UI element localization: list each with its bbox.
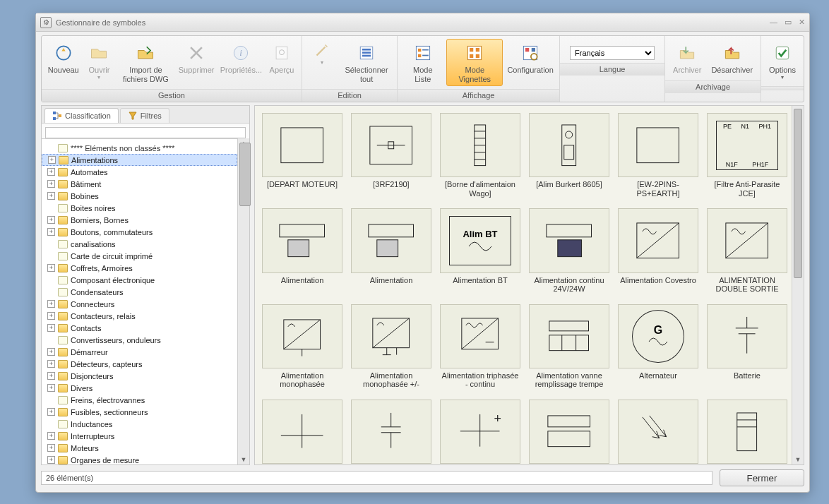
- tree-node[interactable]: **** Eléments non classés ****: [42, 142, 237, 154]
- grid-scrollbar[interactable]: ▲ ▼: [792, 106, 804, 464]
- minimize-button[interactable]: —: [770, 18, 777, 27]
- tree-node[interactable]: +Démarreur: [42, 346, 237, 358]
- tree-node[interactable]: +Bâtiment: [42, 178, 237, 190]
- tree-node[interactable]: +Interrupteurs: [42, 430, 237, 442]
- symbol-card[interactable]: Alimentation: [351, 208, 431, 294]
- options-button[interactable]: Options ▾: [765, 39, 799, 83]
- tree-node[interactable]: +Boutons, commutateurs: [42, 226, 237, 238]
- symbol-card[interactable]: [3RF2190]: [351, 113, 431, 198]
- symbol-card[interactable]: Alimentation: [262, 208, 342, 294]
- tree-node[interactable]: Composant électronique: [42, 274, 237, 286]
- maximize-button[interactable]: ▭: [785, 18, 792, 27]
- expand-toggle-icon[interactable]: +: [47, 348, 55, 356]
- desarchiver-button[interactable]: Désarchiver: [708, 39, 756, 78]
- tree-node[interactable]: +Contacteurs, relais: [42, 310, 237, 322]
- symbol-card[interactable]: Alimentation continu 24V/24W: [529, 208, 609, 294]
- expand-toggle-icon[interactable]: +: [47, 216, 55, 224]
- nouveau-button[interactable]: Nouveau: [46, 39, 80, 86]
- tree-node[interactable]: +Détecteurs, capteurs: [42, 358, 237, 370]
- tree-node[interactable]: +Borniers, Bornes: [42, 214, 237, 226]
- symbol-card[interactable]: Alimentation monophasée +/- 15VDC: [351, 304, 431, 390]
- symbol-card[interactable]: Alimentation Covestro: [618, 208, 698, 294]
- tree-node[interactable]: canalisations: [42, 238, 237, 250]
- tree-node[interactable]: Condensateurs: [42, 286, 237, 298]
- symbol-card[interactable]: [Alim Burkert 8605]: [529, 113, 609, 198]
- symbol-card[interactable]: [262, 400, 342, 464]
- expand-toggle-icon[interactable]: +: [47, 444, 55, 452]
- tab-classification[interactable]: Classification: [44, 108, 119, 123]
- scroll-thumb[interactable]: [794, 109, 802, 278]
- tree-node[interactable]: +Moteurs: [42, 442, 237, 454]
- tree-node[interactable]: Boites noires: [42, 202, 237, 214]
- symbol-card[interactable]: PEN1PH1N1FPH1F[Filtre Anti-Parasite JCE]: [707, 113, 787, 198]
- symbol-card[interactable]: Batterie: [707, 304, 787, 390]
- symbol-card[interactable]: [EW-2PINS-PS+EARTH]: [618, 113, 698, 198]
- expand-toggle-icon[interactable]: +: [47, 360, 55, 368]
- archiver-button[interactable]: Archiver: [669, 39, 705, 78]
- tree-node[interactable]: +Alimentations: [42, 154, 237, 166]
- tree-search-box[interactable]: [45, 127, 246, 138]
- tree-node[interactable]: +Connecteurs: [42, 298, 237, 310]
- supprimer-button[interactable]: Supprimer: [177, 39, 215, 86]
- expand-toggle-icon[interactable]: +: [47, 372, 55, 380]
- ouvrir-button[interactable]: Ouvrir ▾: [83, 39, 114, 86]
- expand-toggle-icon[interactable]: +: [47, 168, 55, 176]
- symbol-card[interactable]: [351, 400, 431, 464]
- select-all-button[interactable]: Sélectionner tout: [340, 39, 393, 86]
- symbol-card[interactable]: +: [440, 400, 520, 464]
- expand-toggle-icon[interactable]: +: [47, 264, 55, 272]
- symbol-card[interactable]: [DEPART MOTEUR]: [262, 113, 342, 198]
- close-window-button[interactable]: ✕: [799, 18, 805, 27]
- scroll-down-icon[interactable]: ▼: [792, 455, 804, 464]
- symbol-card[interactable]: [Borne d'alimentaion Wago]: [440, 113, 520, 198]
- symbol-card[interactable]: Alimentation triphasée - continu: [440, 304, 520, 390]
- tree-node[interactable]: +Divers: [42, 382, 237, 394]
- category-tree[interactable]: **** Eléments non classés ****+Alimentat…: [42, 138, 237, 464]
- tree-node[interactable]: +Organes de mesure: [42, 454, 237, 464]
- expand-toggle-icon[interactable]: +: [47, 456, 55, 464]
- expand-toggle-icon[interactable]: +: [47, 192, 55, 200]
- import-dwg-button[interactable]: Import de fichiers DWG: [117, 39, 174, 86]
- tree-node-label: Moteurs: [71, 444, 99, 452]
- expand-toggle-icon[interactable]: +: [47, 432, 55, 440]
- expand-toggle-icon[interactable]: +: [47, 408, 55, 416]
- edition-dlg-button[interactable]: ▾: [306, 39, 338, 86]
- symbol-card[interactable]: [618, 400, 698, 464]
- scroll-down-icon[interactable]: ▼: [238, 455, 249, 464]
- expand-toggle-icon[interactable]: +: [47, 180, 55, 188]
- expand-toggle-icon[interactable]: +: [47, 312, 55, 320]
- scroll-thumb[interactable]: [239, 143, 251, 206]
- langue-select[interactable]: Français: [570, 46, 655, 60]
- tree-node[interactable]: +Fusibles, sectionneurs: [42, 406, 237, 418]
- tree-node[interactable]: +Bobines: [42, 190, 237, 202]
- tree-node[interactable]: Freins, électrovannes: [42, 394, 237, 406]
- expand-toggle-icon[interactable]: +: [47, 324, 55, 332]
- symbol-card[interactable]: ALIMENTATION DOUBLE SORTIE: [707, 208, 787, 294]
- tree-node[interactable]: +Automates: [42, 166, 237, 178]
- symbol-card[interactable]: GAlternateur: [618, 304, 698, 390]
- tab-filtres[interactable]: Filtres: [120, 108, 169, 123]
- tree-node[interactable]: +Contacts: [42, 322, 237, 334]
- symbol-card[interactable]: Alimentation monophasée: [262, 304, 342, 390]
- mode-liste-button[interactable]: Mode Liste: [402, 39, 443, 86]
- symbol-card[interactable]: Alim BTAlimentation BT: [440, 208, 520, 294]
- tree-node[interactable]: Convertisseurs, onduleurs: [42, 334, 237, 346]
- symbol-card[interactable]: Alimentation vanne remplissage trempe: [529, 304, 609, 390]
- symbol-card[interactable]: [529, 400, 609, 464]
- apercu-button[interactable]: Aperçu: [266, 39, 297, 86]
- fermer-button[interactable]: Fermer: [720, 469, 804, 486]
- tree-node[interactable]: +Disjoncteurs: [42, 370, 237, 382]
- mode-vignettes-button[interactable]: Mode Vignettes: [446, 39, 503, 86]
- tree-node[interactable]: +Coffrets, Armoires: [42, 262, 237, 274]
- proprietes-button[interactable]: i Propriétés...: [219, 39, 263, 86]
- expand-toggle-icon[interactable]: +: [47, 228, 55, 236]
- tree-node[interactable]: Inductances: [42, 418, 237, 430]
- tree-node[interactable]: Carte de circuit imprimé: [42, 250, 237, 262]
- expand-toggle-icon[interactable]: +: [47, 384, 55, 392]
- configuration-button[interactable]: Configuration: [506, 39, 555, 86]
- symbol-card[interactable]: [707, 400, 787, 464]
- expand-toggle-icon[interactable]: +: [47, 300, 55, 308]
- expand-toggle-icon[interactable]: +: [48, 156, 56, 164]
- tree-scrollbar[interactable]: ▲ ▼: [237, 138, 249, 464]
- tree-node-label: Inductances: [71, 420, 112, 428]
